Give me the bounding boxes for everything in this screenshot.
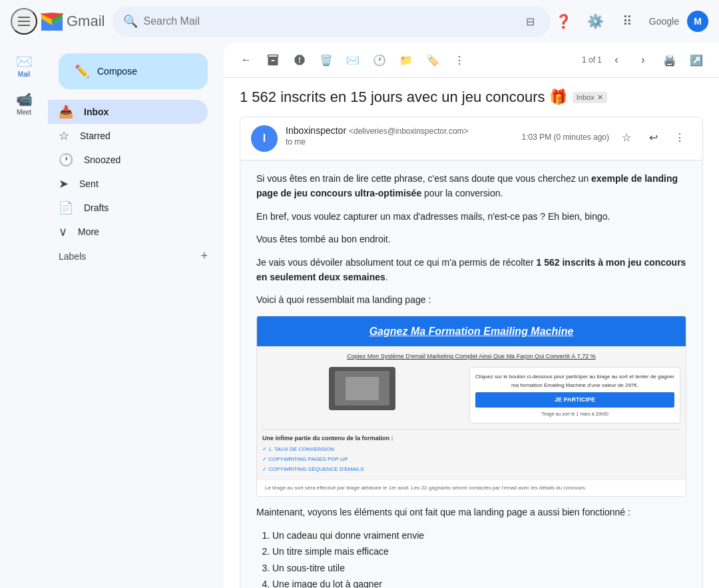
compose-pencil-icon: ✏️ xyxy=(75,64,89,79)
google-label: Google xyxy=(649,16,679,27)
meet-icon: 📹 xyxy=(16,91,33,107)
lp-header: Gagnez Ma Formation Emailing Machine xyxy=(257,316,686,347)
meet-label: Meet xyxy=(17,109,31,116)
landing-page-preview: Gagnez Ma Formation Emailing Machine Cop… xyxy=(256,316,686,497)
body-para5: Voici à quoi ressemblait ma landing page… xyxy=(256,292,686,307)
user-avatar[interactable]: M xyxy=(687,11,708,32)
star-button[interactable]: ☆ xyxy=(614,125,638,149)
body-para2: En bref, vous voulez capturer un max d'a… xyxy=(256,209,686,224)
lp-feature-1: ✓ 1. TAUX DE CONVERSION xyxy=(262,445,680,454)
message-more-button[interactable]: ⋮ xyxy=(668,125,692,149)
add-label-button[interactable]: + xyxy=(200,249,208,263)
pagination: 1 of 1 ‹ › xyxy=(582,48,655,72)
sender-avatar: I xyxy=(251,125,278,152)
label-button[interactable]: 🏷️ xyxy=(421,48,445,72)
search-input[interactable] xyxy=(143,15,515,27)
labels-section: Labels + xyxy=(48,244,218,268)
starred-label: Starred xyxy=(80,131,111,141)
badge-close-button[interactable]: ✕ xyxy=(597,93,603,102)
help-button[interactable]: ❓ xyxy=(551,8,577,35)
sidebar-item-drafts[interactable]: 📄 Drafts xyxy=(48,196,208,220)
lp-feature-2: ✓ COPYWRITING PAGES POP-UP xyxy=(262,455,680,464)
drafts-label: Drafts xyxy=(84,202,109,213)
spam-button[interactable] xyxy=(288,48,312,72)
settings-button[interactable]: ⚙️ xyxy=(583,8,609,35)
google-apps-button[interactable]: ⠿ xyxy=(614,8,641,35)
gmail-logo: Gmail xyxy=(40,13,105,31)
search-options-button[interactable]: ⊟ xyxy=(521,11,540,32)
gmail-text: Gmail xyxy=(67,13,105,30)
meta-icons: ☆ ↩ ⋮ xyxy=(614,125,692,149)
svg-rect-1 xyxy=(18,21,30,22)
snoozed-label: Snoozed xyxy=(84,154,120,165)
numbered-list: Un cadeau qui donne vraiment envie Un ti… xyxy=(272,528,686,588)
email-area: ← 🗑️ ✉️ 🕐 📁 🏷️ ⋮ 1 of 1 ‹ › 🖨️ ↗️ xyxy=(224,43,719,588)
top-right-actions: ❓ ⚙️ ⠿ Google M xyxy=(551,8,708,35)
open-in-new-button[interactable]: ↗️ xyxy=(684,48,708,72)
prev-message-button[interactable]: ‹ xyxy=(604,48,628,72)
drafts-icon: 📄 xyxy=(59,200,73,215)
lp-features-list: ✓ 1. TAUX DE CONVERSION ✓ COPYWRITING PA… xyxy=(262,445,680,473)
lp-je-participe-button[interactable]: JE PARTICIPE xyxy=(475,392,674,407)
to-me: to me xyxy=(286,137,522,147)
lp-features-title: Une infime partie du contenu de la forma… xyxy=(262,434,680,443)
sidebar-item-snoozed[interactable]: 🕐 Snoozed xyxy=(48,148,208,172)
list-item-2: Un titre simple mais efficace xyxy=(272,544,686,559)
email-meta: 1:03 PM (0 minutes ago) ☆ ↩ ⋮ xyxy=(522,125,692,149)
delete-button[interactable]: 🗑️ xyxy=(314,48,338,72)
archive-button[interactable] xyxy=(261,48,285,72)
lp-left-column xyxy=(262,367,461,410)
pagination-text: 1 of 1 xyxy=(582,55,602,65)
sidebar-item-more[interactable]: ∨ More xyxy=(48,220,208,244)
sent-icon: ➤ xyxy=(59,176,69,191)
sender-email: <deliveries@inboxinspector.com> xyxy=(349,127,469,136)
email-header: I Inboxinspector <deliveries@inboxinspec… xyxy=(240,117,702,160)
svg-rect-0 xyxy=(18,17,30,18)
sent-label: Sent xyxy=(79,178,99,189)
snooze-button[interactable]: 🕐 xyxy=(367,48,391,72)
sender-info: Inboxinspector <deliveries@inboxinspecto… xyxy=(286,125,522,147)
compose-button[interactable]: ✏️ Compose xyxy=(59,53,208,89)
lp-footer: Le tirage au sort sera effectué par tira… xyxy=(257,479,686,497)
lp-subtitle: Copiez Mon Système D'email Marketing Com… xyxy=(262,352,680,361)
sidebar: ✏️ Compose 📥 Inbox ☆ Starred 🕐 Snoozed ➤… xyxy=(48,43,218,588)
email-subject: 1 562 inscrits en 15 jours avec un jeu c… xyxy=(240,89,567,106)
body-analysis: Maintenant, voyons les éléments qui ont … xyxy=(256,505,686,519)
hamburger-button[interactable] xyxy=(11,8,37,35)
compose-label: Compose xyxy=(97,66,137,77)
sidebar-item-starred[interactable]: ☆ Starred xyxy=(48,124,208,148)
reply-button[interactable]: ↩ xyxy=(641,125,665,149)
body-para1: Si vous êtes en train de lire cette phra… xyxy=(256,171,686,201)
email-body: Si vous êtes en train de lire cette phra… xyxy=(240,160,702,588)
lp-right-column: Cliquez sur le bouton ci-dessous pour pa… xyxy=(469,367,680,424)
inbox-badge: Inbox ✕ xyxy=(573,92,607,103)
lp-cta-text: Cliquez sur le bouton ci-dessous pour pa… xyxy=(475,373,674,390)
lp-features-section: Une infime partie du contenu de la forma… xyxy=(262,429,680,474)
sidebar-item-inbox[interactable]: 📥 Inbox xyxy=(48,100,208,124)
move-to-button[interactable]: 📁 xyxy=(394,48,418,72)
inbox-icon: 📥 xyxy=(59,105,73,119)
search-icon: 🔍 xyxy=(123,14,138,29)
left-icon-strip: ✉️ Mail 📹 Meet xyxy=(0,43,48,588)
lp-header-link[interactable]: Emailing Machine xyxy=(483,326,573,337)
lp-cta-subtext: Tirage au sort le 1 mars à 20h00 xyxy=(475,410,674,418)
body-para4: Je vais vous dévoiler absolument tout ce… xyxy=(256,255,686,285)
email-subject-row: 1 562 inscrits en 15 jours avec un jeu c… xyxy=(240,89,703,106)
print-button[interactable]: 🖨️ xyxy=(658,48,682,72)
top-bar: Gmail 🔍 ⊟ ❓ ⚙️ ⠿ Google M xyxy=(0,0,719,43)
list-item-1: Un cadeau qui donne vraiment envie xyxy=(272,528,686,543)
lp-feature-3: ✓ COPYWRITING SÉQUENCE D'EMAILS xyxy=(262,465,680,474)
sidebar-item-mail[interactable]: ✉️ Mail xyxy=(4,48,44,83)
snoozed-icon: 🕐 xyxy=(59,152,73,167)
back-button[interactable]: ← xyxy=(234,48,258,72)
list-item-4: Une image du lot à gagner xyxy=(272,577,686,588)
more-actions-button[interactable]: ⋮ xyxy=(447,48,471,72)
list-item-3: Un sous-titre utile xyxy=(272,561,686,575)
search-bar: 🔍 ⊟ xyxy=(113,6,550,37)
mark-unread-button[interactable]: ✉️ xyxy=(341,48,365,72)
next-message-button[interactable]: › xyxy=(631,48,655,72)
email-toolbar: ← 🗑️ ✉️ 🕐 📁 🏷️ ⋮ 1 of 1 ‹ › 🖨️ ↗️ xyxy=(224,43,719,78)
mail-label: Mail xyxy=(18,71,30,78)
sidebar-item-meet[interactable]: 📹 Meet xyxy=(4,86,44,121)
sidebar-item-sent[interactable]: ➤ Sent xyxy=(48,172,208,196)
